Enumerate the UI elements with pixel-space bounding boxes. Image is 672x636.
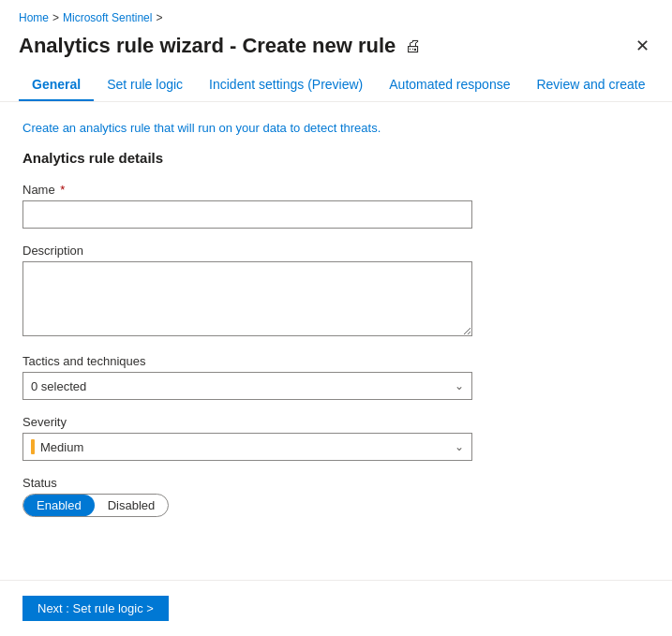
description-textarea[interactable] xyxy=(22,261,472,336)
next-button[interactable]: Next : Set rule logic > xyxy=(22,596,169,621)
severity-dropdown-content: Medium xyxy=(31,439,83,454)
status-field-group: Status Enabled Disabled xyxy=(22,476,650,517)
status-toggle: Enabled Disabled xyxy=(22,494,169,517)
status-enabled-option[interactable]: Enabled xyxy=(23,495,95,516)
severity-chevron-icon: ⌄ xyxy=(455,440,464,453)
severity-dropdown[interactable]: Medium ⌄ xyxy=(22,433,472,461)
header-left: Analytics rule wizard - Create new rule … xyxy=(19,34,422,58)
name-required-star: * xyxy=(57,183,66,197)
tactics-value: 0 selected xyxy=(31,379,86,393)
breadcrumb-sep2: > xyxy=(156,11,162,24)
tactics-label: Tactics and techniques xyxy=(22,354,650,368)
tactics-chevron-icon: ⌄ xyxy=(455,379,464,392)
severity-color-bar xyxy=(31,439,35,454)
status-disabled-option[interactable]: Disabled xyxy=(95,495,169,516)
breadcrumb-home[interactable]: Home xyxy=(19,11,49,24)
tactics-dropdown[interactable]: 0 selected ⌄ xyxy=(22,372,472,400)
close-button[interactable]: ✕ xyxy=(632,34,653,58)
page-wrapper: Home > Microsoft Sentinel > Analytics ru… xyxy=(0,0,672,636)
severity-field-group: Severity Medium ⌄ xyxy=(22,415,650,461)
status-label: Status xyxy=(22,476,650,490)
tab-review-create[interactable]: Review and create xyxy=(523,69,658,101)
breadcrumb: Home > Microsoft Sentinel > xyxy=(0,0,672,30)
tactics-field-group: Tactics and techniques 0 selected ⌄ xyxy=(22,354,650,400)
page-header: Analytics rule wizard - Create new rule … xyxy=(0,30,672,69)
description-label: Description xyxy=(22,244,650,258)
breadcrumb-sentinel[interactable]: Microsoft Sentinel xyxy=(63,11,152,24)
tabs-container: General Set rule logic Incident settings… xyxy=(0,69,672,102)
name-label: Name * xyxy=(22,183,650,197)
name-input[interactable] xyxy=(22,200,472,229)
page-title: Analytics rule wizard - Create new rule xyxy=(19,34,396,58)
breadcrumb-sep1: > xyxy=(52,11,59,24)
severity-value: Medium xyxy=(40,440,83,454)
main-content: Create an analytics rule that will run o… xyxy=(0,102,672,551)
tab-automated-response[interactable]: Automated response xyxy=(376,69,523,101)
page-footer: Next : Set rule logic > xyxy=(0,580,672,636)
description-field-group: Description xyxy=(22,244,650,339)
severity-label: Severity xyxy=(22,415,650,429)
tab-incident-settings[interactable]: Incident settings (Preview) xyxy=(196,69,376,101)
tab-general[interactable]: General xyxy=(19,69,94,101)
info-text: Create an analytics rule that will run o… xyxy=(22,121,650,135)
tab-set-rule-logic[interactable]: Set rule logic xyxy=(94,69,196,101)
name-field-group: Name * xyxy=(22,183,650,229)
print-icon[interactable]: 🖨 xyxy=(405,37,422,56)
section-title: Analytics rule details xyxy=(22,150,650,166)
